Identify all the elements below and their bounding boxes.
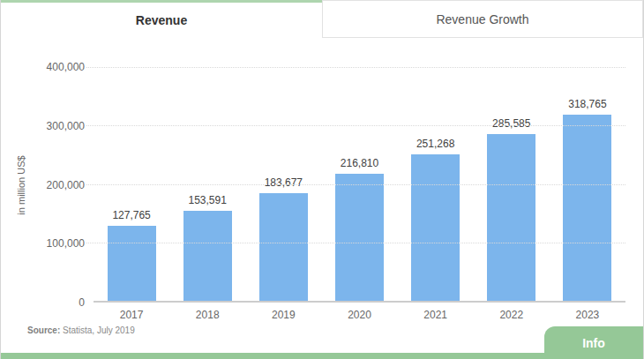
x-tick-label: 2017: [94, 309, 169, 321]
x-tick-label: 2019: [245, 309, 321, 321]
info-button[interactable]: Info: [544, 326, 643, 359]
source-note: Source: Statista, July 2019: [27, 325, 135, 335]
x-axis-labels: 2017201820192020202120222023: [94, 309, 625, 321]
x-tick-label: 2021: [398, 309, 474, 321]
tab-revenue[interactable]: Revenue: [1, 0, 322, 38]
x-tick-label: 2023: [550, 309, 625, 321]
bar[interactable]: [563, 115, 611, 301]
gridline: [86, 243, 625, 243]
tab-revenue-label: Revenue: [136, 13, 187, 27]
info-button-label: Info: [582, 336, 605, 350]
source-value: Statista, July 2019: [60, 325, 135, 335]
plot-area: 127,765153,591183,677216,810251,268285,5…: [94, 67, 625, 303]
bar[interactable]: [183, 211, 232, 301]
bar[interactable]: [411, 154, 460, 301]
y-tick-label: 100,000: [47, 237, 85, 250]
bar-value-label: 251,268: [416, 138, 454, 150]
bar[interactable]: [259, 193, 308, 301]
bar-value-label: 318,765: [568, 98, 606, 110]
tab-revenue-growth-label: Revenue Growth: [436, 12, 528, 26]
statista-chart-widget: Revenue Revenue Growth in million US$ 40…: [0, 0, 644, 359]
source-label: Source:: [27, 325, 60, 335]
y-axis-ticks: 400,000300,000200,000100,0000: [1, 67, 85, 303]
y-tick-label: 0: [79, 296, 85, 309]
bar-value-label: 153,591: [189, 194, 227, 206]
bar-value-label: 216,810: [341, 157, 378, 169]
tab-revenue-growth[interactable]: Revenue Growth: [322, 0, 643, 38]
gridline: [86, 184, 625, 185]
x-tick-label: 2022: [474, 309, 550, 321]
x-tick-label: 2018: [169, 309, 245, 321]
gridline: [86, 125, 625, 126]
bar[interactable]: [487, 134, 535, 301]
tab-bar: Revenue Revenue Growth: [1, 0, 643, 38]
x-tick-label: 2020: [321, 309, 397, 321]
y-tick-label: 200,000: [47, 179, 85, 191]
bar-value-label: 127,765: [112, 209, 150, 221]
y-tick-label: 300,000: [47, 120, 85, 132]
bar[interactable]: [335, 174, 384, 301]
gridline: [86, 67, 625, 68]
bar[interactable]: [108, 226, 156, 301]
bar-value-label: 285,585: [492, 117, 530, 130]
y-tick-label: 400,000: [47, 61, 85, 73]
bar-value-label: 183,677: [265, 176, 303, 189]
